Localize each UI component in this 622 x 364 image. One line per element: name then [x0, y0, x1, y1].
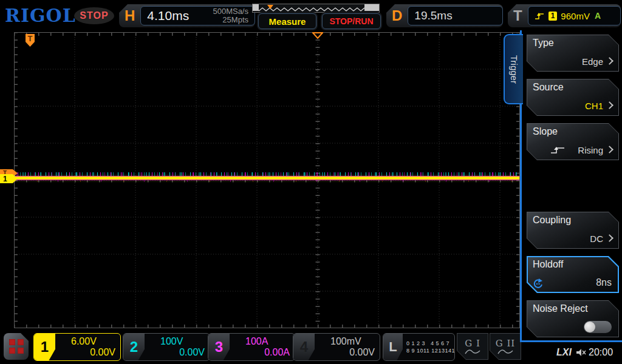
timebase-value: 4.10ms	[147, 8, 189, 23]
noise-reject-label: Noise Reject	[533, 303, 588, 314]
menu-grid-icon	[9, 339, 24, 354]
holdoff-label: Holdoff	[533, 259, 563, 270]
generator2-label: G II	[496, 338, 516, 349]
timebase-readout: 4.10ms 500MSa/s25Mpts	[140, 6, 255, 25]
horizontal-timebase-box[interactable]: H 4.10ms 500MSa/s25Mpts	[119, 4, 255, 27]
stop-run-button-label: STOP/RUN	[329, 16, 373, 26]
trigger-menu-tab[interactable]: Trigger	[504, 34, 523, 104]
channel2-scale: 100V	[160, 336, 183, 347]
generator1-label: G I	[465, 338, 480, 349]
waveform-preview-strip[interactable]	[252, 4, 380, 13]
logic-analyzer-box[interactable]: L 0 1 2 3 4 5 6 7 8 9 1011 12131415	[383, 333, 455, 361]
logic-channel-list: 0 1 2 3 4 5 6 7 8 9 1011 12131415	[403, 334, 455, 360]
channel3-number: 3	[208, 334, 230, 360]
trigger-menu-panel: Type Edge Source CH1 Slope Rising Coupli…	[520, 30, 622, 342]
delay-center-marker-icon[interactable]	[312, 32, 323, 39]
speaker-muted-icon[interactable]	[576, 348, 587, 357]
channel1-offset: 0.00V	[59, 347, 115, 358]
delay-box[interactable]: D 19.5ms	[386, 4, 503, 27]
clock: 20:00	[589, 347, 613, 358]
coupling-value: DC	[590, 234, 603, 244]
oscilloscope-screen: RIGOL STOP H 4.10ms 500MSa/s25Mpts Measu…	[0, 0, 622, 364]
stop-run-button[interactable]: STOP/RUN	[322, 13, 381, 29]
channel1-box[interactable]: 1 6.00V 0.00V	[33, 333, 121, 361]
menu-item-noise-reject[interactable]: Noise Reject	[527, 300, 619, 337]
multifunction-knob-icon	[532, 278, 544, 289]
channel3-scale: 100A	[245, 336, 268, 347]
rigol-logo: RIGOL	[5, 5, 76, 26]
generator2-surface: G II	[490, 334, 521, 359]
acquisition-status-badge: STOP	[74, 7, 114, 24]
trigger-status-flag: A	[595, 11, 601, 21]
channel4-offset: 0.00V	[318, 347, 375, 358]
toggle-knob	[584, 322, 595, 332]
preview-position-marker-icon[interactable]	[267, 5, 273, 9]
sine-wave-icon	[465, 349, 480, 355]
generator1-surface: G I	[457, 334, 488, 359]
trigger-level-value: 960mV	[561, 11, 590, 21]
trigger-info-box[interactable]: T 1 960mV A	[508, 4, 621, 27]
logic-channels-row1: 0 1 2 3 4 5 6 7	[406, 340, 455, 347]
ch1-position-arrow-label: 1	[3, 175, 7, 183]
sample-rate: 500MSa/s	[213, 7, 248, 16]
type-label: Type	[533, 38, 554, 49]
source-value: CH1	[585, 101, 603, 111]
menu-item-type[interactable]: Type Edge	[527, 35, 619, 72]
trigger-source-badge: 1	[549, 12, 558, 21]
preview-left-cap	[253, 4, 259, 11]
channel2-number: 2	[123, 334, 145, 360]
slope-label: Slope	[533, 126, 558, 137]
trace-under-noise	[15, 180, 519, 182]
channel4-values: 100mV 0.00V	[315, 334, 380, 360]
channel1-number: 1	[34, 334, 55, 360]
source-label: Source	[533, 82, 564, 93]
d-label: D	[386, 7, 408, 24]
main-menu-button[interactable]	[4, 333, 29, 360]
generator1-button[interactable]: G I	[457, 333, 488, 360]
sample-rate-block: 500MSa/s25Mpts	[213, 7, 248, 24]
channel4-box[interactable]: 4 100mV 0.00V	[293, 333, 380, 361]
channel2-offset: 0.00V	[148, 347, 205, 358]
h-label: H	[119, 7, 140, 24]
channel4-number: 4	[293, 334, 315, 360]
acquisition-status-text: STOP	[80, 10, 108, 21]
channel1-scale: 6.00V	[71, 336, 97, 347]
rising-slope-icon	[550, 145, 566, 155]
delay-readout: 19.5ms	[408, 6, 503, 25]
sine-wave-icon	[497, 349, 513, 355]
logic-channels-row2: 8 9 1011 12131415	[406, 347, 455, 354]
noise-reject-toggle[interactable]	[584, 321, 612, 333]
type-value: Edge	[582, 56, 603, 67]
delay-value: 19.5ms	[414, 9, 452, 22]
logic-analyzer-label: L	[383, 334, 403, 360]
generator2-button[interactable]: G II	[490, 333, 521, 360]
rising-edge-icon	[535, 12, 545, 20]
lxi-status-label: LXI	[556, 347, 572, 358]
channel2-box[interactable]: 2 100V 0.00V	[123, 333, 210, 361]
measure-button-label: Measure	[269, 16, 306, 27]
menu-item-coupling[interactable]: Coupling DC	[527, 212, 619, 249]
holdoff-value: 8ns	[596, 277, 612, 288]
trigger-position-flag-letter: T	[28, 34, 33, 47]
menu-item-holdoff[interactable]: Holdoff 8ns	[527, 256, 619, 293]
channel3-offset: 0.00A	[233, 347, 290, 358]
memory-depth: 25Mpts	[222, 15, 248, 24]
menu-item-source[interactable]: Source CH1	[527, 79, 619, 116]
channel2-values: 100V 0.00V	[145, 334, 210, 360]
menu-item-slope[interactable]: Slope Rising	[527, 123, 619, 160]
trigger-readout: 1 960mV A	[528, 6, 621, 25]
trigger-menu-tab-label: Trigger	[509, 55, 519, 84]
channel4-scale: 100mV	[330, 336, 361, 347]
coupling-label: Coupling	[533, 215, 571, 226]
t-label: T	[508, 7, 528, 24]
measure-button[interactable]: Measure	[258, 13, 316, 29]
slope-value: Rising	[578, 145, 603, 155]
channel3-values: 100A 0.00A	[230, 334, 295, 360]
channel3-box[interactable]: 3 100A 0.00A	[208, 333, 295, 361]
channel1-values: 6.00V 0.00V	[55, 334, 120, 360]
preview-right-cap	[364, 4, 379, 11]
